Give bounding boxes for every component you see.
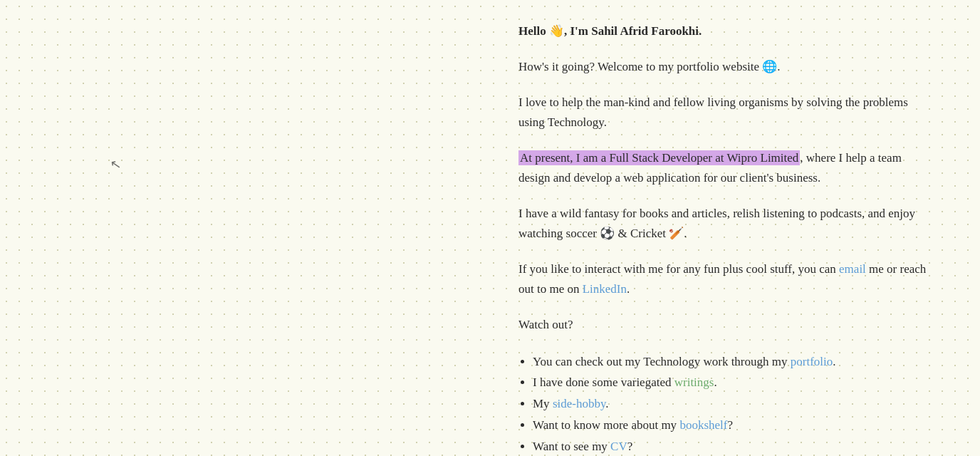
side-hobby-link[interactable]: side-hobby [553,397,605,410]
list-item: My side-hobby. [533,393,932,415]
list-item: I have done some variegated writings. [533,372,932,393]
mission-paragraph: I love to help the man-kind and fellow l… [518,93,932,133]
list-item-3-pre: My [533,397,553,410]
hobbies-text: I have a wild fantasy for books and arti… [518,207,915,240]
role-paragraph: At present, I am a Full Stack Developer … [518,148,932,188]
contact-post-text: . [627,282,630,296]
role-highlight: At present, I am a Full Stack Developer … [518,150,800,165]
watch-out-paragraph: Watch out? [518,315,932,335]
list-item-3-post: . [605,397,608,410]
watch-out-text: Watch out? [518,318,573,331]
list-item-2-post: . [714,375,716,389]
list-item-1-pre: You can check out my Technology work thr… [533,355,791,368]
list-item: Want to know more about my bookshelf? [533,415,932,436]
list-item-5-pre: Want to see my [533,440,610,453]
hobbies-paragraph: I have a wild fantasy for books and arti… [518,204,932,244]
list-item: You can check out my Technology work thr… [533,351,932,373]
list-item-4-post: ? [727,418,733,432]
mission-text: I love to help the man-kind and fellow l… [518,95,908,129]
cv-link[interactable]: CV [610,440,627,453]
list-item-4-pre: Want to know more about my [533,418,679,432]
list-item-5-post: ? [627,440,633,453]
intro-text: How's it going? Welcome to my portfolio … [518,60,781,73]
linkedin-link[interactable]: LinkedIn [583,282,627,296]
writings-link[interactable]: writings [674,375,714,389]
contact-pre-text: If you like to interact with me for any … [518,262,839,276]
list-item-2-pre: I have done some variegated [533,375,674,389]
list-item-1-post: . [833,355,835,368]
intro-paragraph: How's it going? Welcome to my portfolio … [518,57,932,77]
bookshelf-link[interactable]: bookshelf [679,418,727,432]
portfolio-link[interactable]: portfolio [791,355,833,368]
email-link[interactable]: email [839,262,866,276]
watch-out-list: You can check out my Technology work thr… [533,351,932,456]
greeting-paragraph: Hello 👋, I'm Sahil Afrid Farookhi. [518,21,932,41]
main-content-area: Hello 👋, I'm Sahil Afrid Farookhi. How's… [518,0,974,456]
contact-paragraph: If you like to interact with me for any … [518,259,932,299]
list-item: Want to see my CV? [533,436,932,456]
greeting-text: Hello 👋, I'm Sahil Afrid Farookhi. [518,24,702,38]
mouse-cursor: ↖ [109,156,123,173]
